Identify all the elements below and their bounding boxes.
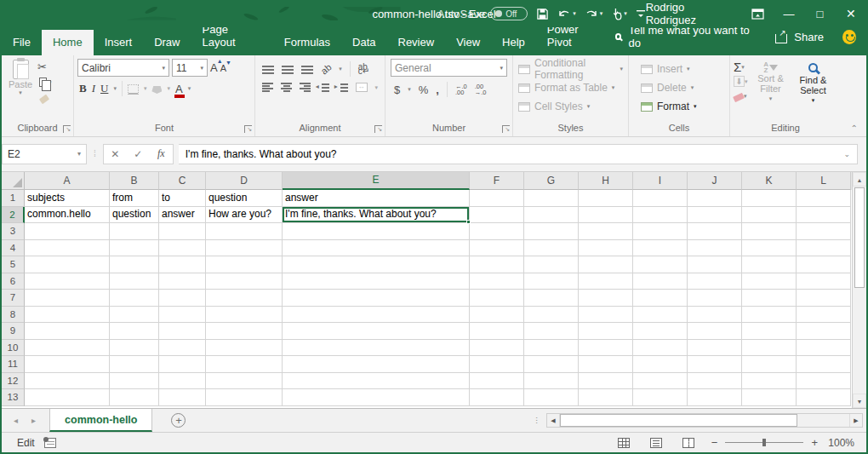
cell-I10[interactable] [633,340,688,357]
font-color-dropdown-icon[interactable]: ▾ [188,85,191,92]
cell-K3[interactable] [742,223,797,240]
cell-E7[interactable] [283,290,470,307]
comma-style-button[interactable]: , [436,83,439,96]
delete-cells-button[interactable]: Delete ▾ [641,80,724,95]
cell-I7[interactable] [633,290,688,307]
cell-B11[interactable] [110,356,159,373]
cell-J4[interactable] [688,240,742,257]
cell-B8[interactable] [110,307,159,324]
row-header-3[interactable]: 3 [2,223,25,240]
row-header-13[interactable]: 13 [2,389,25,406]
tab-file[interactable]: File [2,30,42,55]
cell-G12[interactable] [524,373,579,390]
cell-G4[interactable] [524,240,579,257]
next-sheet-icon[interactable]: ▸ [31,416,36,425]
column-header-K[interactable]: K [742,172,797,190]
cell-F4[interactable] [470,240,524,257]
cell-L4[interactable] [797,240,851,257]
format-painter-button[interactable] [37,91,52,104]
cell-B10[interactable] [110,340,159,357]
close-button[interactable]: ✕ [836,0,866,27]
cell-G13[interactable] [524,389,579,406]
font-size-combo[interactable]: 11▾ [172,59,208,77]
formula-input[interactable]: I'm fine, thanks. What about you? ⌄ [179,144,858,164]
autosum-button[interactable]: Σ▾ [734,60,748,73]
cell-A3[interactable] [25,223,110,240]
tab-view[interactable]: View [445,30,491,55]
cell-F1[interactable] [470,190,524,207]
cell-B12[interactable] [110,373,159,390]
cell-G2[interactable] [524,207,579,224]
cell-J6[interactable] [688,273,742,290]
scroll-down-icon[interactable]: ▼ [853,394,866,408]
cell-D2[interactable]: How are you? [206,207,283,224]
horizontal-scrollbar[interactable]: ◀ ▶ [546,413,863,428]
cell-E1[interactable]: answer [283,190,470,207]
cell-A9[interactable] [25,323,110,340]
tab-review[interactable]: Review [387,30,446,55]
cell-C8[interactable] [159,307,206,324]
cell-D7[interactable] [206,290,283,307]
cell-C13[interactable] [159,389,206,406]
cell-L1[interactable] [797,190,851,207]
font-dialog-launcher-icon[interactable]: ↘ [244,125,252,133]
cell-E12[interactable] [283,373,470,390]
cell-H6[interactable] [579,273,633,290]
cell-I12[interactable] [633,373,688,390]
column-header-J[interactable]: J [688,172,742,190]
cell-J9[interactable] [688,323,742,340]
cell-F7[interactable] [470,290,524,307]
cell-F5[interactable] [470,256,524,273]
horizontal-scroll-thumb[interactable] [560,414,797,427]
cell-L10[interactable] [797,340,851,357]
clear-button[interactable]: ▾ [734,89,748,102]
fill-dropdown-icon[interactable]: ▾ [745,78,748,85]
scroll-up-icon[interactable]: ▲ [853,172,866,187]
cell-F13[interactable] [470,389,524,406]
column-header-E[interactable]: E [283,172,470,190]
number-format-combo[interactable]: General ▾ [391,59,507,77]
cell-E5[interactable] [283,256,470,273]
cell-D6[interactable] [206,273,283,290]
cell-G1[interactable] [524,190,579,207]
cell-K6[interactable] [742,273,797,290]
row-header-1[interactable]: 1 [2,190,25,207]
cell-L12[interactable] [797,373,851,390]
cancel-entry-button[interactable]: ✕ [104,148,127,160]
row-header-8[interactable]: 8 [2,307,25,324]
cell-A6[interactable] [25,273,110,290]
row-header-5[interactable]: 5 [2,256,25,273]
increase-indent-button[interactable] [337,83,348,92]
cell-E3[interactable] [283,223,470,240]
cell-C11[interactable] [159,356,206,373]
cell-J10[interactable] [688,340,742,357]
cell-D4[interactable] [206,240,283,257]
orientation-dropdown-icon[interactable]: ▾ [339,66,342,72]
vertical-scroll-thumb[interactable] [854,187,865,288]
column-header-F[interactable]: F [470,172,524,190]
orientation-button[interactable]: ab [319,61,334,76]
tab-draw[interactable]: Draw [143,30,191,55]
cell-I6[interactable] [633,273,688,290]
row-header-2[interactable]: 2 [2,207,25,224]
underline-dropdown-icon[interactable]: ▾ [113,85,117,92]
decrease-font-size-button[interactable]: A▼ [220,63,226,73]
cell-G3[interactable] [524,223,579,240]
cell-B4[interactable] [110,240,159,257]
cell-J12[interactable] [688,373,742,390]
zoom-level[interactable]: 100% [825,437,854,449]
cell-H1[interactable] [579,190,633,207]
cell-A7[interactable] [25,290,110,307]
cell-D12[interactable] [206,373,283,390]
horizontal-scroll-track[interactable] [560,414,849,427]
cell-A4[interactable] [25,240,110,257]
cell-D3[interactable] [206,223,283,240]
cell-K8[interactable] [742,307,797,324]
tab-splitter-handle[interactable]: ⋯ [533,417,541,425]
copy-button[interactable]: ▾ [37,76,52,89]
cell-K5[interactable] [742,256,797,273]
cell-K1[interactable] [742,190,797,207]
feedback-smiley-icon[interactable] [842,30,856,44]
cell-A13[interactable] [25,389,110,406]
cell-L11[interactable] [797,356,851,373]
